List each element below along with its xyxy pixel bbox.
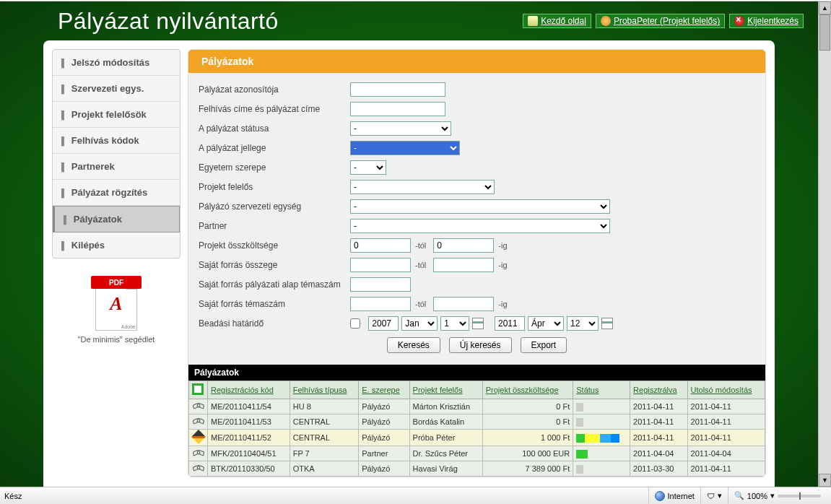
input-ownfunds-topicnum-from[interactable] [350, 297, 411, 311]
select-role[interactable]: - [350, 160, 386, 175]
select-orgunit[interactable]: - [350, 199, 610, 214]
cell-call: CENTRAL [290, 414, 359, 430]
sidebar-item-3[interactable]: ▌Felhívás kódok [53, 128, 180, 154]
vertical-scrollbar[interactable]: ▲ ▼ [818, 1, 831, 487]
table-row[interactable]: MFK/20110404/51FP 7PartnerDr. Szűcs Péte… [189, 446, 765, 461]
label-partner: Partner [199, 221, 350, 231]
zoom-slider[interactable] [778, 495, 821, 498]
checkbox-deadline-enable[interactable] [350, 318, 360, 329]
chevron-right-icon: ▌ [64, 215, 69, 224]
user-link[interactable]: ProbaPeter (Projekt felelős) [596, 14, 725, 28]
cell-mod: 2011-04-11 [687, 399, 765, 414]
sidebar-item-label: Felhívás kódok [71, 135, 139, 146]
pdf-adobe-label: Adobe [121, 324, 136, 329]
col-role[interactable]: E. szerepe [359, 381, 409, 399]
suffix-from2: -tól [415, 261, 426, 269]
cell-status [573, 461, 630, 477]
view-icon[interactable] [193, 401, 204, 410]
calendar-to-icon[interactable] [601, 318, 613, 329]
status-indicator [576, 418, 583, 427]
scroll-down-icon[interactable]: ▼ [819, 474, 831, 487]
col-status[interactable]: Státus [573, 381, 630, 399]
col-reg[interactable]: Regisztrációs kód [208, 381, 290, 399]
sidebar-item-label: Partnerek [71, 161, 115, 172]
label-ownfunds-topicnum: Saját forrás témaszám [199, 299, 350, 309]
page-container: ▌Jelszó módosítás▌Szervezeti egys.▌Proje… [43, 40, 775, 487]
table-row[interactable]: BTK/20110330/50OTKAPályázóHavasi Virág7 … [189, 461, 765, 477]
scroll-up-icon[interactable]: ▲ [819, 1, 831, 14]
pdf-helper[interactable]: PDF A Adobe "De minimis" segédlet [52, 273, 180, 344]
input-ownfunds-to[interactable] [433, 258, 494, 272]
cell-role: Pályázó [359, 399, 409, 414]
scroll-thumb[interactable] [819, 14, 830, 51]
table-row[interactable]: ME/20110411/54HU 8PályázóMárton Krisztiá… [189, 399, 765, 414]
protected-mode[interactable]: 🛡 ▾ [700, 487, 728, 504]
select-month-from[interactable]: Jan [401, 316, 438, 331]
results-table-wrap: Pályázatok Regisztrációs kód Felhívás tí… [188, 365, 765, 477]
pdf-logo: A [110, 293, 122, 315]
calendar-from-icon[interactable] [472, 318, 484, 329]
label-status: A pályázat státusa [199, 123, 350, 134]
select-day-from[interactable]: 1 [440, 316, 469, 331]
zoom-control[interactable]: 🔍 100% ▾ [728, 487, 827, 504]
sidebar-item-5[interactable]: ▌Pályázat rögzítés [53, 180, 180, 206]
home-link-label: Kezdő oldal [541, 16, 586, 26]
view-icon[interactable] [193, 417, 204, 425]
sidebar: ▌Jelszó módosítás▌Szervezeti egys.▌Proje… [52, 49, 180, 487]
edit-icon[interactable] [191, 430, 206, 444]
select-day-to[interactable]: 12 [567, 316, 599, 331]
label-totalcost: Projekt összköltsége [199, 240, 350, 251]
security-zone[interactable]: Internet [648, 487, 700, 504]
cell-reg: ME/20110411/53 [208, 414, 290, 430]
input-title-search[interactable] [350, 102, 445, 116]
label-orgunit: Pályázó szervezeti egység [199, 201, 350, 212]
main-content: Pályázatok Pályázat azonosítója Felhívás… [188, 49, 766, 487]
search-button[interactable]: Keresés [387, 337, 440, 353]
filter-card: Pályázatok Pályázat azonosítója Felhívás… [188, 49, 766, 477]
input-cost-from[interactable] [350, 238, 411, 253]
input-year-from[interactable] [368, 316, 399, 331]
logout-link[interactable]: Kijelentkezés [729, 14, 804, 28]
col-cost[interactable]: Projekt összköltsége [482, 381, 573, 399]
input-id[interactable] [350, 82, 445, 97]
col-registered[interactable]: Regisztrálva [630, 381, 687, 399]
select-status[interactable]: - [350, 121, 451, 136]
select-supervisor[interactable]: - [350, 180, 495, 194]
col-modified[interactable]: Utolsó módosítás [687, 381, 765, 399]
sidebar-item-1[interactable]: ▌Szervezeti egys. [53, 76, 180, 102]
view-icon[interactable] [193, 448, 204, 457]
chevron-right-icon: ▌ [61, 162, 67, 171]
sidebar-item-4[interactable]: ▌Partnerek [53, 154, 180, 180]
select-month-to[interactable]: Ápr [528, 316, 564, 331]
home-link[interactable]: Kezdő oldal [523, 14, 591, 28]
cell-call: OTKA [290, 461, 359, 477]
chevron-right-icon: ▌ [61, 136, 67, 145]
input-year-to[interactable] [495, 316, 525, 331]
cell-call: FP 7 [290, 446, 359, 461]
view-icon[interactable] [193, 464, 204, 472]
select-partner[interactable]: - [350, 219, 610, 233]
pdf-caption: "De minimis" segédlet [52, 335, 180, 344]
sidebar-item-0[interactable]: ▌Jelszó módosítás [53, 50, 180, 76]
sidebar-item-6[interactable]: ▌Pályázatok [53, 206, 180, 233]
new-search-button[interactable]: Új keresés [449, 337, 512, 353]
zoom-value: 100% [747, 492, 767, 500]
col-calltype[interactable]: Felhívás típusa [290, 381, 359, 399]
input-cost-to[interactable] [433, 238, 494, 253]
export-button[interactable]: Export [521, 337, 567, 353]
sidebar-item-2[interactable]: ▌Projekt felelősök [53, 102, 180, 128]
table-row[interactable]: ME/20110411/53CENTRALPályázóBordás Katal… [189, 414, 765, 430]
col-action[interactable] [189, 381, 208, 399]
cell-status [573, 399, 630, 414]
filter-form: Pályázat azonosítója Felhívás címe és pá… [188, 73, 765, 362]
table-row[interactable]: ME/20110411/52CENTRALPályázóPróba Péter1… [189, 430, 765, 446]
input-ownfunds-topicnum-to[interactable] [433, 297, 494, 311]
cell-mod: 2011-04-11 [687, 414, 765, 430]
cell-sup: Márton Krisztián [409, 399, 482, 414]
input-ownfunds-topic[interactable] [350, 277, 411, 292]
sidebar-item-7[interactable]: ▌Kilépés [53, 233, 180, 258]
cell-cost: 7 389 000 Ft [482, 461, 573, 477]
select-type[interactable]: - [350, 141, 460, 155]
input-ownfunds-from[interactable] [350, 258, 411, 272]
col-supervisor[interactable]: Projekt felelős [409, 381, 482, 399]
